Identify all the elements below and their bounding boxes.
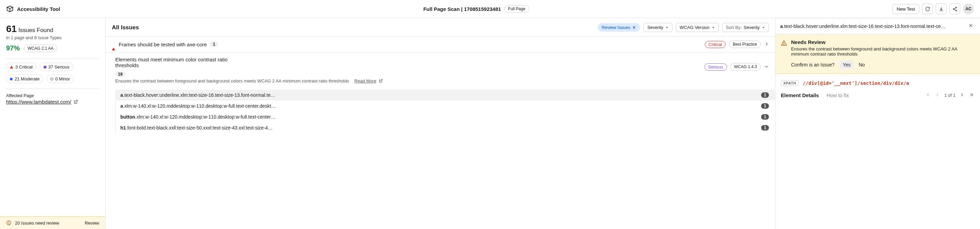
review-banner-text: 20 Issues need review [15, 221, 59, 226]
app-title: Accessibility Tool [17, 6, 60, 12]
needs-review-box: Needs Review Ensures the contrast betwee… [775, 34, 980, 74]
circle-icon [51, 78, 53, 80]
external-link-icon [73, 100, 78, 104]
xpath-value[interactable]: //div[@id='__next']/section/div/div/a [803, 80, 909, 86]
square-icon [44, 66, 46, 68]
filter-minor[interactable]: 0 Minor [47, 75, 74, 83]
instance-row[interactable]: h1.font-bold.text-black.xxll:text-size-5… [116, 122, 775, 133]
wcag-tag: Best Practice [729, 41, 761, 48]
filter-moderate[interactable]: 21 Moderate [6, 75, 43, 83]
pager: 1 of 1 [925, 92, 975, 98]
chevron-down-icon [762, 26, 765, 29]
issues-count: 61 Issues Found [6, 24, 99, 34]
review-desc: Ensures the contrast between foreground … [791, 46, 975, 57]
compliance-pct: 97% [6, 44, 20, 52]
warning-icon [6, 220, 11, 226]
filter-serious[interactable]: 37 Serious [40, 63, 73, 71]
instance-row[interactable]: a.text-black.hover:underline.xlm:text-si… [116, 90, 775, 100]
detail-selector: a.text-black.hover:underline.xlm:text-si… [780, 24, 966, 29]
collapse-toggle[interactable] [764, 64, 769, 70]
confirm-yes-button[interactable]: Yes [840, 60, 854, 69]
sort-select[interactable]: Sort By: Severity [722, 23, 769, 32]
refresh-icon [925, 6, 930, 11]
refresh-button[interactable] [922, 3, 933, 14]
issue-title: Elements must meet minimum color contras… [115, 57, 245, 68]
instance-count: 1 [761, 125, 769, 130]
instance-row[interactable]: button.xlm:w-140.xl:w-120.mddesktop:w-11… [116, 111, 775, 122]
chevron-first-icon [926, 92, 931, 97]
read-more-link[interactable]: Read More [354, 78, 376, 83]
chevron-down-icon [665, 26, 669, 29]
pager-first[interactable] [925, 92, 931, 98]
issues-subtitle: in 1 page and 8 Issue Types [6, 35, 99, 40]
dot-icon [10, 78, 13, 80]
pager-prev[interactable] [935, 92, 941, 98]
scan-type-chip: Full Page [504, 5, 529, 13]
severity-filter[interactable]: Severity [643, 23, 673, 32]
close-icon [969, 23, 973, 28]
review-banner-action[interactable]: Review [84, 221, 99, 226]
issue-count: 1 [210, 41, 218, 47]
close-panel-button[interactable] [966, 22, 975, 30]
review-banner: 20 Issues need review Review [0, 216, 105, 229]
affected-page-label: Affected Page [6, 93, 99, 98]
severity-pill: Serious [705, 64, 727, 70]
instance-row[interactable]: a.xlm:w-140.xl:w-120.mddesktop:w-110.des… [116, 100, 775, 111]
filter-critical[interactable]: 3 Critical [6, 63, 37, 71]
share-icon [952, 6, 958, 11]
svg-point-5 [784, 44, 784, 45]
chevron-right-icon [959, 92, 964, 97]
download-button[interactable] [935, 3, 947, 14]
triangle-icon [112, 42, 115, 51]
chevron-down-icon [712, 26, 715, 29]
chevron-right-icon [764, 41, 769, 46]
issue-description: Ensures the contrast between foreground … [115, 78, 769, 83]
expand-toggle[interactable] [764, 41, 769, 48]
wcag-filter[interactable]: WCAG Version [676, 23, 719, 32]
issue-group[interactable]: Elements must meet minimum color contras… [106, 52, 775, 87]
issue-count: 19 [115, 72, 125, 77]
confirm-no-button[interactable]: No [859, 62, 865, 67]
pager-text: 1 of 1 [944, 93, 955, 98]
issue-title: Frames should be tested with axe-core [119, 41, 207, 48]
review-title: Needs Review [791, 39, 975, 45]
download-icon [939, 6, 944, 11]
severity-pill: Critical [705, 41, 726, 48]
instance-count: 1 [761, 92, 769, 98]
chevron-down-icon [764, 64, 769, 69]
share-button[interactable] [949, 3, 960, 14]
svg-point-4 [8, 224, 9, 224]
confirm-label: Confirm is an Issue? [791, 62, 835, 67]
chevron-left-icon [935, 92, 940, 97]
tab-element-details[interactable]: Element Details [781, 92, 819, 98]
instance-count: 1 [761, 103, 769, 109]
new-test-button[interactable]: New Test [892, 4, 919, 14]
close-icon[interactable] [632, 25, 636, 29]
avatar[interactable]: AC [963, 3, 974, 14]
review-issues-filter[interactable]: Review Issues [598, 23, 640, 32]
wcag-tag: WCAG 1.4.3 [730, 63, 761, 70]
pager-next[interactable] [959, 92, 965, 98]
issue-group[interactable]: Frames should be tested with axe-core 1 … [106, 36, 775, 52]
xpath-label: XPATH [781, 80, 799, 86]
chevron-last-icon [969, 92, 974, 97]
affected-page-link[interactable]: https://www.lambdatest.com/ [6, 99, 71, 105]
wcag-level-chip[interactable]: WCAG 2.1 AA [24, 45, 57, 52]
tab-how-to-fix[interactable]: How to fix [827, 92, 849, 98]
logo-icon [6, 5, 14, 13]
triangle-icon [10, 66, 13, 68]
instance-count: 1 [761, 114, 769, 119]
warning-triangle-icon [781, 40, 787, 46]
external-link-icon [379, 79, 383, 83]
scan-title: Full Page Scan | 1708515923481 [423, 6, 501, 12]
all-issues-title: All Issues [112, 24, 139, 31]
pager-last[interactable] [969, 92, 975, 98]
